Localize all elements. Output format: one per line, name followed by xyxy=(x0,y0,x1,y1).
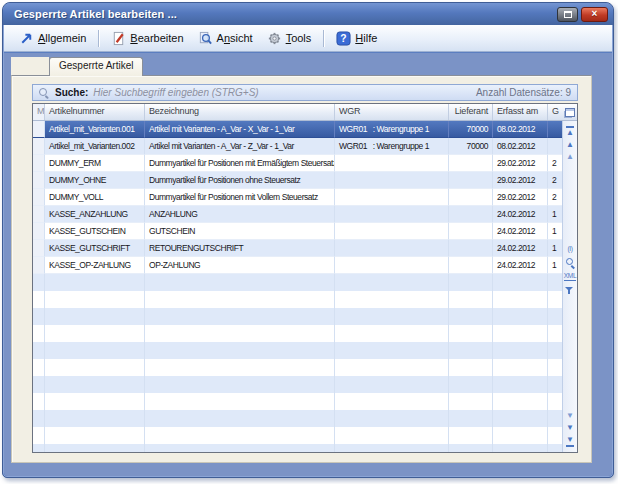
filter-icon[interactable] xyxy=(565,286,575,296)
grid-rows: Artikel_mit_Varianten.001 Artikel mit Va… xyxy=(33,121,562,452)
table-row[interactable]: DUMMY_ERM Dummyartikel für Positionen mi… xyxy=(33,155,562,172)
close-icon: × xyxy=(592,9,598,19)
record-count: Anzahl Datensätze: 9 xyxy=(476,87,571,98)
cell-g: 2 xyxy=(548,155,562,172)
column-line xyxy=(448,274,449,452)
client-area: Gesperrte Artikel Suche: Hier Suchbegrif… xyxy=(4,53,612,476)
search-icon xyxy=(39,87,50,98)
table-row[interactable]: DUMMY_VOLL Dummyartikel für Positionen m… xyxy=(33,189,562,206)
column-header-wgr[interactable]: WGR xyxy=(335,104,449,120)
cell-g xyxy=(548,121,562,138)
cell-wgr xyxy=(335,257,449,274)
menu-allgemein[interactable]: Allgemein xyxy=(12,29,93,48)
cell-lieferant: 70000 xyxy=(449,121,493,138)
cell-bezeichnung: Artikel mit Varianten - A_Var - Z_Var - … xyxy=(145,138,335,155)
cell-m xyxy=(33,121,45,138)
cell-lieferant xyxy=(449,189,493,206)
cell-lieferant xyxy=(449,172,493,189)
table-row[interactable]: Artikel_mit_Varianten.002 Artikel mit Va… xyxy=(33,138,562,155)
cell-artikelnummer: DUMMY_ERM xyxy=(45,155,145,172)
column-chooser-button[interactable] xyxy=(562,104,577,120)
column-line xyxy=(547,274,548,452)
cell-artikelnummer: KASSE_OP-ZAHLUNG xyxy=(45,257,145,274)
cell-bezeichnung: Dummyartikel für Positionen ohne Steuers… xyxy=(145,172,335,189)
cell-artikelnummer: Artikel_mit_Varianten.002 xyxy=(45,138,145,155)
table-row[interactable]: KASSE_ANZAHLUNG ANZAHLUNG 24.02.2012 1 xyxy=(33,206,562,223)
articles-grid: M Artikelnummer Bezeichnung WGR Lieferan… xyxy=(32,103,578,453)
column-header-bezeichnung[interactable]: Bezeichnung xyxy=(145,104,335,120)
column-line xyxy=(144,274,145,452)
cell-wgr xyxy=(335,206,449,223)
search-bar: Suche: Hier Suchbegriff eingeben (STRG+S… xyxy=(32,84,578,101)
cell-wgr: WGR01 : Warengruppe 1 xyxy=(335,121,449,138)
cell-wgr xyxy=(335,240,449,257)
cell-erfasst-am: 29.02.2012 xyxy=(493,172,548,189)
cell-artikelnummer: KASSE_GUTSCHEIN xyxy=(45,223,145,240)
tab-page: Suche: Hier Suchbegriff eingeben (STRG+S… xyxy=(11,75,592,463)
restore-icon xyxy=(564,11,572,18)
zoom-icon[interactable] xyxy=(565,258,575,268)
cell-lieferant xyxy=(449,240,493,257)
column-header-erfasst-am[interactable]: Erfasst am xyxy=(493,104,548,120)
cell-g: 1 xyxy=(548,240,562,257)
cell-bezeichnung: Dummyartikel für Positionen mit Ermäßigt… xyxy=(145,155,335,172)
search-input[interactable]: Hier Suchbegriff eingeben (STRG+S) xyxy=(93,87,471,98)
menu-ansicht[interactable]: Ansicht xyxy=(191,29,260,48)
cell-m xyxy=(33,172,45,189)
cell-m xyxy=(33,257,45,274)
cell-bezeichnung: ANZAHLUNG xyxy=(145,206,335,223)
cell-artikelnummer: KASSE_ANZAHLUNG xyxy=(45,206,145,223)
close-button[interactable]: × xyxy=(581,7,608,22)
column-header-lieferant[interactable]: Lieferant xyxy=(449,104,493,120)
cell-bezeichnung: OP-ZAHLUNG xyxy=(145,257,335,274)
restore-button[interactable] xyxy=(557,7,578,22)
cell-erfasst-am: 24.02.2012 xyxy=(493,240,548,257)
cell-m xyxy=(33,155,45,172)
cell-bezeichnung: RETOURENGUTSCHRIFT xyxy=(145,240,335,257)
table-row[interactable]: KASSE_OP-ZAHLUNG OP-ZAHLUNG 24.02.2012 1 xyxy=(33,257,562,274)
menu-bearbeiten[interactable]: Bearbeiten xyxy=(104,29,190,48)
column-line xyxy=(44,274,45,452)
menu-hilfe[interactable]: ? Hilfe xyxy=(329,29,384,48)
table-row[interactable]: KASSE_GUTSCHRIFT RETOURENGUTSCHRIFT 24.0… xyxy=(33,240,562,257)
table-row[interactable]: Artikel_mit_Varianten.001 Artikel mit Va… xyxy=(33,121,562,138)
tab-strip-left xyxy=(11,57,49,76)
cell-m xyxy=(33,189,45,206)
cell-g: 1 xyxy=(548,223,562,240)
scroll-up-icon[interactable]: ▲ xyxy=(566,153,574,161)
column-line xyxy=(334,274,335,452)
scroll-last-icon[interactable]: ▼ xyxy=(566,436,574,447)
search-label: Suche: xyxy=(55,87,88,98)
scroll-first-icon[interactable]: ▲ xyxy=(566,126,574,137)
menu-tools[interactable]: Tools xyxy=(260,29,319,48)
xml-export-icon[interactable]: XML xyxy=(564,273,576,282)
table-row[interactable]: KASSE_GUTSCHEIN GUTSCHEIN 24.02.2012 1 xyxy=(33,223,562,240)
cell-lieferant xyxy=(449,206,493,223)
tab-gesperrte-artikel[interactable]: Gesperrte Artikel xyxy=(49,57,143,76)
cell-bezeichnung: GUTSCHEIN xyxy=(145,223,335,240)
column-header-m[interactable]: M xyxy=(33,104,45,120)
record-indicator-icon[interactable]: (I) xyxy=(567,246,572,253)
grid-body: Artikel_mit_Varianten.001 Artikel mit Va… xyxy=(33,121,577,452)
cell-m xyxy=(33,138,45,155)
cell-wgr xyxy=(335,223,449,240)
cell-g: 1 xyxy=(548,257,562,274)
titlebar[interactable]: Gesperrte Artikel bearbeiten ... × xyxy=(3,3,613,25)
grid-header: M Artikelnummer Bezeichnung WGR Lieferan… xyxy=(33,104,577,121)
scroll-page-up-icon[interactable]: ▲ xyxy=(566,141,574,149)
scroll-page-down-icon[interactable]: ▼ xyxy=(566,424,574,432)
cell-erfasst-am: 24.02.2012 xyxy=(493,257,548,274)
column-header-artikelnummer[interactable]: Artikelnummer xyxy=(45,104,145,120)
column-line xyxy=(492,274,493,452)
cell-lieferant xyxy=(449,257,493,274)
table-row[interactable]: DUMMY_OHNE Dummyartikel für Positionen o… xyxy=(33,172,562,189)
cell-g: 2 xyxy=(548,172,562,189)
column-header-g[interactable]: G xyxy=(548,104,562,120)
cell-wgr xyxy=(335,155,449,172)
app-window: Gesperrte Artikel bearbeiten ... × Allge… xyxy=(2,2,614,478)
window-title: Gesperrte Artikel bearbeiten ... xyxy=(14,8,557,20)
cell-artikelnummer: Artikel_mit_Varianten.001 xyxy=(45,121,145,138)
cell-m xyxy=(33,223,45,240)
cell-g: 2 xyxy=(548,189,562,206)
scroll-down-icon[interactable]: ▼ xyxy=(566,412,574,420)
